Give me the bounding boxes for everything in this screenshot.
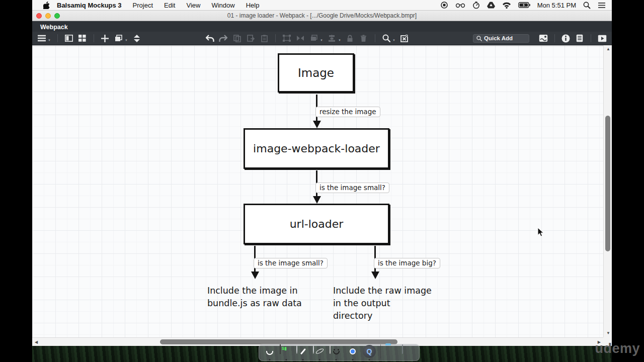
- edge-label-resize: resize the image: [315, 107, 380, 117]
- scroll-down-arrow[interactable]: ▼: [606, 331, 610, 335]
- screen: Balsamiq Mockups 3 Project Edit View Win…: [0, 0, 644, 362]
- menu-item-window[interactable]: Window: [211, 2, 234, 9]
- outcome-text-output: Include the raw image in the output dire…: [333, 285, 432, 322]
- arrowhead-icon: [313, 121, 321, 128]
- node-label: url-loader: [290, 218, 344, 230]
- duplicate-icon[interactable]: [114, 34, 123, 43]
- dock-terminal-icon[interactable]: $▮: [280, 345, 293, 358]
- notes-icon[interactable]: [575, 34, 584, 43]
- google-drive-icon[interactable]: [487, 2, 495, 9]
- dock-chrome-icon[interactable]: [346, 345, 359, 358]
- arrowhead-icon: [251, 272, 259, 279]
- arrowhead-icon: [313, 196, 321, 204]
- edge-label-big: is the image big?: [374, 258, 440, 268]
- udemy-watermark: udemy: [595, 341, 640, 356]
- align-icon[interactable]: [328, 34, 337, 43]
- menu-item-edit[interactable]: Edit: [164, 2, 175, 9]
- chevron-down-icon: ▼: [338, 39, 341, 43]
- node-label: Image: [298, 66, 334, 79]
- sidebar-panel-icon[interactable]: [64, 34, 73, 43]
- paste-icon[interactable]: [246, 34, 255, 43]
- chevron-down-icon: ▼: [125, 39, 128, 43]
- dock-quicktime-icon[interactable]: Q: [363, 345, 376, 358]
- dock: $▮ Q: [259, 344, 420, 361]
- vertical-scrollbar[interactable]: ▲ ▼: [603, 45, 612, 337]
- undo-icon[interactable]: [205, 34, 214, 43]
- search-icon: [476, 36, 482, 41]
- mouse-cursor: [537, 227, 544, 239]
- edge-label-small-2: is the image small?: [254, 258, 328, 268]
- lock-icon[interactable]: [346, 34, 355, 43]
- outcome-text-bundle: Include the image in bundle.js as raw da…: [207, 285, 308, 310]
- tab-webpack[interactable]: Webpack: [32, 24, 76, 32]
- diagram-node-image-webpack-loader[interactable]: image-webpack-loader: [244, 128, 389, 169]
- zoom-reset-icon[interactable]: [400, 34, 409, 43]
- menu-icon[interactable]: [37, 34, 46, 43]
- mockup-canvas[interactable]: Image resize the image image-webpack-loa…: [32, 45, 612, 346]
- chevron-down-icon: ▼: [320, 39, 323, 43]
- notification-center-icon[interactable]: [598, 2, 606, 9]
- window-title-bar: 01 - image loader - Webpack - [.../Googl…: [32, 11, 612, 21]
- group-icon[interactable]: [309, 34, 318, 43]
- add-icon[interactable]: [101, 34, 110, 43]
- trash-icon[interactable]: [359, 34, 368, 43]
- window-title: 01 - image loader - Webpack - [.../Googl…: [32, 12, 612, 19]
- diagram-node-image[interactable]: Image: [278, 53, 354, 93]
- transform-icon[interactable]: [282, 34, 291, 43]
- apple-menu-icon[interactable]: [43, 2, 50, 9]
- dock-separator: [380, 344, 381, 358]
- copy-icon[interactable]: [232, 34, 242, 43]
- menu-app-name[interactable]: Balsamiq Mockups 3: [57, 2, 122, 9]
- grid-view-icon[interactable]: [78, 34, 87, 43]
- menu-bar: Balsamiq Mockups 3 Project Edit View Win…: [32, 0, 612, 11]
- mockup-tab-bar: Webpack: [32, 21, 612, 32]
- chevron-down-icon: ▼: [392, 39, 395, 43]
- dock-folder-icon[interactable]: [385, 345, 398, 358]
- arrowhead-icon: [371, 272, 379, 279]
- screen-recording-icon[interactable]: [440, 1, 448, 9]
- toolbar: ▼ ▼ ▼ ▼: [32, 32, 612, 45]
- quick-add-placeholder: Quick Add: [484, 35, 513, 41]
- sort-icon[interactable]: [132, 34, 141, 43]
- dock-trash-icon[interactable]: [402, 345, 415, 358]
- scroll-left-arrow[interactable]: ◀: [35, 340, 38, 344]
- present-icon[interactable]: [598, 34, 607, 43]
- dock-atom-icon[interactable]: [313, 345, 326, 358]
- scroll-up-arrow[interactable]: ▲: [606, 47, 610, 51]
- wifi-icon[interactable]: [502, 2, 511, 9]
- timer-icon[interactable]: [472, 2, 480, 9]
- info-icon[interactable]: [561, 34, 571, 43]
- diagram-node-url-loader[interactable]: url-loader: [244, 204, 389, 244]
- eyewear-icon[interactable]: [455, 2, 465, 9]
- flip-icon[interactable]: [296, 34, 305, 43]
- ui-library-icon[interactable]: [539, 34, 548, 43]
- quick-add-field[interactable]: Quick Add: [473, 34, 529, 43]
- menu-item-help[interactable]: Help: [246, 2, 260, 9]
- edge-label-small-1: is the image small?: [315, 183, 389, 193]
- menu-clock[interactable]: Mon 5:51 PM: [537, 2, 576, 9]
- dock-finder-icon[interactable]: [263, 345, 276, 358]
- balsamiq-window: Webpack ▼ ▼: [32, 21, 612, 346]
- menu-item-project[interactable]: Project: [133, 2, 153, 9]
- vertical-scroll-thumb[interactable]: [605, 116, 610, 251]
- menu-item-view[interactable]: View: [186, 2, 200, 9]
- spotlight-icon[interactable]: [583, 2, 591, 9]
- dock-pen-app-icon[interactable]: [296, 345, 309, 358]
- chevron-down-icon: ▼: [48, 39, 51, 43]
- battery-charging-icon[interactable]: [518, 2, 530, 8]
- dock-balsamiq-icon[interactable]: [330, 345, 343, 358]
- clipboard-icon[interactable]: [260, 34, 269, 43]
- zoom-icon[interactable]: [382, 34, 391, 43]
- redo-icon[interactable]: [219, 34, 228, 43]
- node-label: image-webpack-loader: [253, 142, 380, 155]
